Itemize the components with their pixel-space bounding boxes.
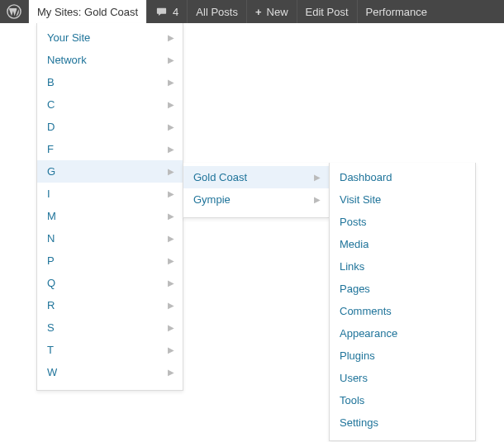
sites-group-q[interactable]: Q▶ (37, 272, 183, 294)
sites-group-label: S (47, 321, 55, 334)
chevron-right-icon: ▶ (168, 234, 174, 243)
sites-group-c[interactable]: C▶ (37, 93, 183, 116)
site-action-label: Settings (340, 416, 378, 429)
comments-menu[interactable]: 4 (147, 0, 188, 23)
sites-group-label: T (47, 344, 54, 356)
chevron-right-icon: ▶ (314, 173, 321, 182)
sites-group-label: Your Site (47, 31, 90, 44)
sites-group-m[interactable]: M▶ (37, 205, 183, 227)
sites-group-d[interactable]: D▶ (37, 116, 183, 138)
edit-post-menu[interactable]: Edit Post (297, 0, 358, 23)
chevron-right-icon: ▶ (168, 323, 174, 332)
sites-group-label: Q (47, 277, 55, 289)
site-item-gympie[interactable]: Gympie▶ (183, 188, 329, 211)
sites-group-label: R (47, 299, 55, 311)
site-item-label: Gympie (193, 193, 231, 206)
chevron-right-icon: ▶ (168, 278, 174, 288)
site-action-label: Plugins (340, 349, 375, 362)
sites-group-t[interactable]: T▶ (37, 339, 183, 361)
site-item-gold-coast[interactable]: Gold Coast▶ (183, 166, 329, 188)
sites-group-label: P (47, 254, 55, 267)
site-action-pages[interactable]: Pages (330, 278, 475, 300)
sites-group-label: N (47, 232, 55, 245)
sites-group-i[interactable]: I▶ (37, 183, 183, 205)
all-posts-menu[interactable]: All Posts (188, 0, 247, 23)
site-action-label: Pages (340, 283, 370, 295)
sites-group-s[interactable]: S▶ (37, 316, 183, 339)
site-action-dashboard[interactable]: Dashboard (330, 166, 475, 188)
site-action-label: Media (340, 238, 368, 250)
site-action-label: Users (340, 372, 368, 384)
my-sites-dropdown: Your Site▶Network▶B▶C▶D▶F▶G▶I▶M▶N▶P▶Q▶R▶… (36, 23, 183, 391)
sites-group-b[interactable]: B▶ (37, 71, 183, 93)
site-action-label: Tools (340, 394, 364, 406)
chevron-right-icon: ▶ (168, 100, 174, 109)
sites-group-n[interactable]: N▶ (37, 227, 183, 250)
sites-group-label: C (47, 98, 55, 111)
chevron-right-icon: ▶ (168, 211, 174, 221)
chevron-right-icon: ▶ (168, 55, 174, 64)
site-action-media[interactable]: Media (330, 233, 475, 255)
site-action-label: Comments (340, 305, 392, 317)
chevron-right-icon: ▶ (168, 189, 174, 198)
new-label: New (267, 6, 288, 18)
site-action-plugins[interactable]: Plugins (330, 345, 475, 367)
site-action-label: Appearance (340, 327, 397, 340)
sites-group-label: G (47, 165, 55, 178)
sites-group-label: M (47, 210, 56, 222)
performance-menu[interactable]: Performance (358, 0, 435, 23)
sites-group-label: I (47, 188, 50, 200)
sites-group-label: D (47, 121, 55, 133)
sites-group-network[interactable]: Network▶ (37, 49, 183, 71)
sites-group-g[interactable]: G▶ (37, 160, 183, 183)
chevron-right-icon: ▶ (314, 195, 321, 204)
sites-group-f[interactable]: F▶ (37, 138, 183, 160)
comments-icon (155, 6, 168, 17)
sites-group-p[interactable]: P▶ (37, 250, 183, 272)
chevron-right-icon: ▶ (168, 78, 174, 87)
site-action-label: Links (340, 260, 364, 273)
comments-count: 4 (173, 6, 178, 18)
performance-label: Performance (366, 6, 427, 18)
wordpress-logo[interactable] (0, 0, 29, 23)
site-item-label: Gold Coast (193, 171, 247, 183)
dropdown-columns: Your Site▶Network▶B▶C▶D▶F▶G▶I▶M▶N▶P▶Q▶R▶… (36, 23, 476, 441)
chevron-right-icon: ▶ (168, 256, 174, 265)
my-sites-menu[interactable]: My Sites: Gold Coast (29, 0, 147, 23)
sites-group-r[interactable]: R▶ (37, 294, 183, 316)
site-action-users[interactable]: Users (330, 367, 475, 389)
site-action-settings[interactable]: Settings (330, 411, 475, 434)
chevron-right-icon: ▶ (168, 301, 174, 310)
sites-group-w[interactable]: W▶ (37, 361, 183, 383)
site-action-links[interactable]: Links (330, 255, 475, 278)
site-actions-dropdown: DashboardVisit SitePostsMediaLinksPagesC… (329, 163, 476, 441)
site-action-visit-site[interactable]: Visit Site (330, 188, 475, 211)
sites-group-label: B (47, 76, 55, 88)
site-action-label: Visit Site (340, 193, 381, 206)
chevron-right-icon: ▶ (168, 167, 174, 176)
chevron-right-icon: ▶ (168, 145, 174, 154)
edit-post-label: Edit Post (306, 6, 349, 18)
chevron-right-icon: ▶ (168, 33, 174, 42)
sites-group-label: W (47, 366, 57, 378)
new-menu[interactable]: + New (247, 0, 297, 23)
sites-group-your-site[interactable]: Your Site▶ (37, 26, 183, 49)
all-posts-label: All Posts (196, 6, 238, 18)
sites-group-label: Network (47, 54, 87, 66)
chevron-right-icon: ▶ (168, 122, 174, 131)
sites-letter-dropdown: Gold Coast▶Gympie▶ (183, 163, 330, 218)
site-action-posts[interactable]: Posts (330, 211, 475, 233)
plus-icon: + (255, 6, 262, 18)
site-action-label: Dashboard (340, 171, 392, 183)
site-action-comments[interactable]: Comments (330, 300, 475, 322)
site-action-label: Posts (340, 216, 367, 228)
site-action-appearance[interactable]: Appearance (330, 322, 475, 345)
sites-group-label: F (47, 143, 54, 155)
my-sites-label: My Sites: Gold Coast (37, 6, 138, 18)
wordpress-logo-icon (7, 4, 21, 19)
admin-bar: My Sites: Gold Coast 4 All Posts + New E… (0, 0, 504, 23)
site-action-tools[interactable]: Tools (330, 389, 475, 411)
chevron-right-icon: ▶ (168, 368, 174, 377)
chevron-right-icon: ▶ (168, 345, 174, 354)
